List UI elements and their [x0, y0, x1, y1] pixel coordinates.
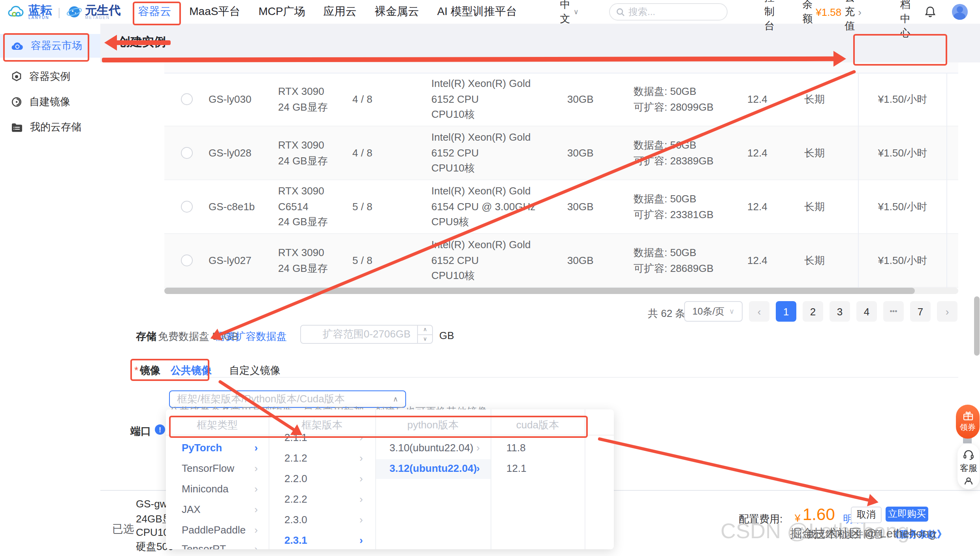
bell-icon[interactable]: [924, 6, 936, 18]
person-icon: [964, 477, 973, 484]
version-option[interactable]: 2.2.0: [284, 473, 307, 484]
version-option[interactable]: 2.1.1: [284, 432, 307, 443]
search-icon: [616, 8, 624, 16]
sidebar-item-cloud-storage[interactable]: 我的云存储: [0, 115, 100, 139]
sidebar-item-container-market[interactable]: 容器云市场: [0, 34, 100, 58]
avail-ratio: 5 / 8: [352, 253, 431, 268]
brand-logo[interactable]: 蓝耘 LANYUN | 元生代 METAGEN: [8, 4, 120, 20]
float-connector: [963, 438, 972, 443]
table-row[interactable]: GS-ly028 RTX 309024 GB显存 4 / 8 Intel(R) …: [164, 126, 958, 180]
framework-option-pytorch[interactable]: PyTorch: [182, 442, 222, 454]
chevron-right-icon: ›: [359, 514, 363, 526]
sidebar-item-container-instance[interactable]: 容器实例: [0, 65, 100, 89]
page-button-1[interactable]: 1: [776, 301, 796, 322]
table-row[interactable]: GS-ly030 RTX 309024 GB显存 4 / 8 Intel(R) …: [164, 73, 958, 126]
menu-item-container-cloud[interactable]: 容器云: [138, 5, 171, 19]
page-size-select[interactable]: 10条/页 ∨: [684, 301, 743, 322]
row-radio[interactable]: [181, 254, 192, 266]
page-button-4[interactable]: 4: [856, 301, 877, 322]
page-button-3[interactable]: 3: [830, 301, 850, 322]
cpu-spec: Intel(R) Xeon(R) Gold6154 CPU @ 3.00GHzC…: [431, 184, 567, 230]
balance-group[interactable]: 余额 ¥1.58 去充值 ›: [802, 0, 861, 33]
stepper-down-icon[interactable]: ∨: [418, 335, 432, 343]
col-header-cuda-version: cuda版本: [491, 416, 585, 435]
instance-name: GS-ly030: [209, 92, 278, 107]
currency-symbol: ¥: [795, 512, 800, 524]
search-placeholder: 搜索...: [628, 5, 655, 19]
row-radio[interactable]: [181, 93, 192, 105]
brand-primary-subtext: LANYUN: [28, 16, 52, 20]
cloud-market-icon: [11, 41, 24, 51]
table-row[interactable]: GS-ly027 RTX 309024 GB显存 5 / 8 Intel(R) …: [164, 234, 958, 288]
expand-disk-label[interactable]: 需要扩容数据盘: [215, 330, 287, 344]
disk-spec: 数据盘: 50GB可扩容: 28689GB: [634, 245, 747, 276]
sidebar: 容器云市场 容器实例 自建镜像 我的云存储: [0, 24, 100, 556]
docs-link[interactable]: 文档中心: [900, 0, 910, 40]
menu-item-mcp[interactable]: MCP广场: [258, 5, 305, 19]
topup-link[interactable]: 去充值: [845, 0, 855, 33]
cpu-spec: Intel(R) Xeon(R) Gold6152 CPUCPU10核: [431, 237, 567, 284]
framework-option-miniconda[interactable]: Miniconda: [182, 483, 229, 495]
tab-custom-image[interactable]: 自定义镜像: [229, 364, 280, 378]
user-avatar[interactable]: [952, 4, 967, 20]
python-option-selected[interactable]: 3.12(ubuntu22.04): [389, 462, 477, 474]
python-option[interactable]: 3.10(ubuntu22.04): [389, 442, 474, 454]
menu-item-maas[interactable]: MaaS平台: [189, 5, 240, 19]
cuda-option[interactable]: 12.1: [506, 462, 527, 474]
terms-link[interactable]: 《服务条款》: [890, 528, 946, 541]
page-button-7[interactable]: 7: [910, 301, 931, 322]
unit-label: GB: [439, 330, 454, 341]
console-link[interactable]: 控制台: [764, 0, 775, 33]
framework-option-paddlepaddle[interactable]: PaddlePaddle: [182, 524, 246, 536]
version-option[interactable]: 2.1.2: [284, 452, 307, 464]
coupon-label: 领券: [960, 422, 976, 433]
expand-size-input[interactable]: 扩容范围0-2706GB ∧ ∨: [300, 325, 433, 344]
chevron-right-icon: ›: [359, 432, 363, 443]
scrollbar-thumb[interactable]: [164, 288, 915, 294]
framework-option-tensorrt[interactable]: TensorRT: [182, 543, 226, 549]
avail-ratio: 5 / 8: [352, 199, 431, 215]
buy-now-button[interactable]: 立即购买: [886, 507, 928, 522]
table-row[interactable]: GS-c8e1b RTX 3090C651424 GB显存 5 / 8 Inte…: [164, 180, 958, 234]
cuda-version: 12.4: [747, 253, 804, 268]
framework-option-jax[interactable]: JAX: [182, 503, 201, 515]
sidebar-item-self-image[interactable]: 自建镜像: [0, 90, 100, 114]
next-page-button[interactable]: ›: [937, 301, 957, 322]
brand-secondary-subtext: METAGEN: [85, 16, 120, 20]
support-float-button[interactable]: 客服: [957, 443, 980, 489]
gpu-spec: RTX 3090C651424 GB显存: [278, 184, 352, 230]
version-option[interactable]: 2.3.0: [284, 514, 307, 526]
tab-public-image[interactable]: 公共镜像: [171, 364, 212, 378]
menu-item-bare-metal[interactable]: 裸金属云: [375, 5, 419, 19]
agreement-text: 我已经阅读并同意: [807, 528, 882, 541]
cuda-option[interactable]: 11.8: [506, 442, 526, 454]
search-input[interactable]: 搜索...: [609, 3, 727, 21]
more-pages-icon[interactable]: •••: [883, 301, 904, 322]
menu-item-app-cloud[interactable]: 应用云: [324, 5, 357, 19]
row-radio[interactable]: [181, 201, 192, 213]
agreement-checkbox[interactable]: [795, 529, 804, 538]
cancel-button[interactable]: 取消: [851, 507, 882, 523]
avail-ratio: 4 / 8: [352, 92, 431, 107]
back-icon[interactable]: ‹: [109, 36, 113, 48]
info-icon[interactable]: !: [155, 424, 165, 435]
language-switcher[interactable]: 中文 ∨: [560, 0, 579, 26]
page-button-2[interactable]: 2: [803, 301, 823, 322]
cloud-logo-icon: [8, 6, 25, 18]
price: ¥1.50/小时: [858, 126, 947, 180]
chevron-down-icon: ∨: [729, 307, 734, 315]
number-stepper[interactable]: ∧ ∨: [417, 326, 432, 343]
table-horizontal-scrollbar[interactable]: [164, 288, 958, 294]
page-vertical-scrollbar[interactable]: [974, 296, 979, 356]
balance-label: 余额: [802, 0, 813, 26]
duration: 长期: [804, 253, 850, 268]
stepper-up-icon[interactable]: ∧: [418, 326, 432, 335]
menu-item-ai-platform[interactable]: AI 模型训推平台: [437, 5, 517, 19]
version-option[interactable]: 2.2.2: [284, 493, 307, 505]
planet-logo-icon: [66, 4, 82, 20]
row-radio[interactable]: [181, 147, 192, 159]
version-option-selected[interactable]: 2.3.1: [284, 534, 307, 546]
framework-option-tensorflow[interactable]: TensorFlow: [182, 462, 234, 474]
coupon-float-button[interactable]: 领券: [956, 405, 980, 439]
prev-page-button[interactable]: ‹: [749, 301, 769, 322]
